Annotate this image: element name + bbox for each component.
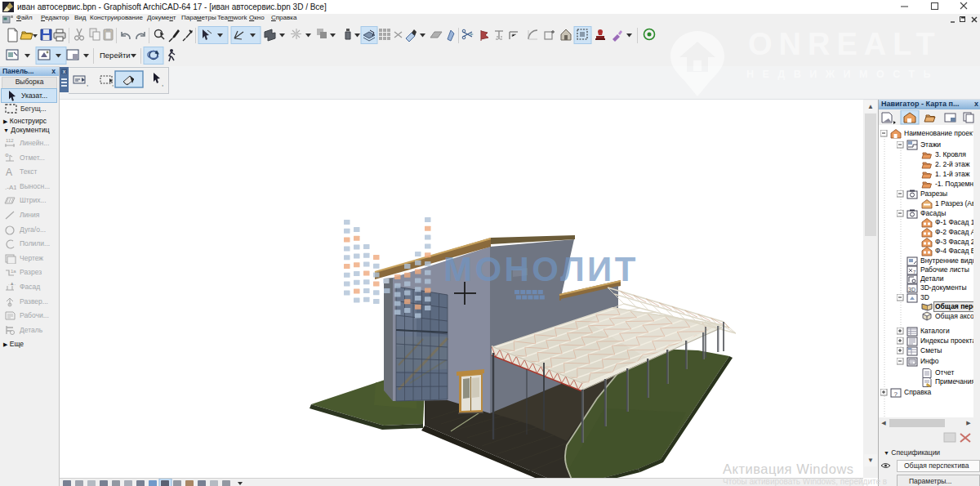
svg-text:?: ? (894, 390, 898, 398)
svg-text:,: , (162, 80, 163, 87)
svg-text:.▲.: .▲. (8, 281, 16, 286)
svg-text:1a: 1a (11, 269, 16, 274)
svg-text:МОНОЛИТ: МОНОЛИТ (443, 250, 639, 288)
svg-text:112: 112 (6, 138, 14, 143)
svg-text:A: A (6, 167, 12, 177)
svg-text:3D: 3D (908, 287, 915, 292)
svg-text:Перейти: Перейти (100, 51, 131, 60)
svg-text:,: , (87, 80, 88, 87)
svg-text:,: , (112, 80, 114, 87)
svg-text:.-A1: .-A1 (5, 184, 16, 191)
svg-text:Φ: Φ (5, 153, 9, 158)
